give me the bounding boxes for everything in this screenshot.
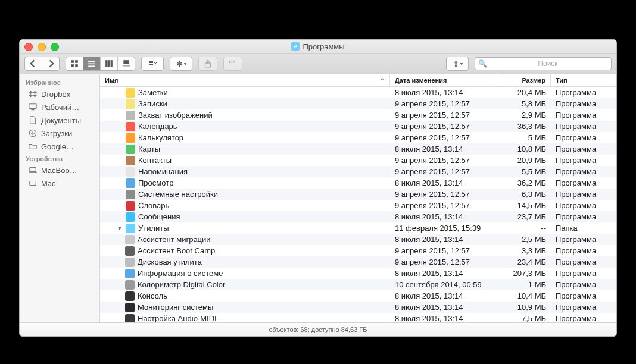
svg-rect-0 <box>71 60 74 63</box>
column-size[interactable]: Размер <box>497 74 551 86</box>
svg-rect-9 <box>111 60 113 67</box>
sidebar-item[interactable]: Загрузки <box>20 127 99 140</box>
sidebar-item[interactable]: Mac <box>20 177 99 190</box>
svg-rect-5 <box>88 63 95 64</box>
file-name: Календарь <box>138 122 177 131</box>
file-row[interactable]: Контакты9 апреля 2015, 12:5720,9 МБПрогр… <box>100 155 616 166</box>
sidebar-item[interactable]: Документы <box>20 114 99 127</box>
arrange-button-wrap <box>141 57 164 71</box>
file-row[interactable]: Дисковая утилита9 апреля 2015, 12:5723,4… <box>100 256 616 268</box>
status-bar: объектов: 68; доступно 84,63 ГБ <box>20 322 616 336</box>
dropbox-toolbar-button[interactable]: ⇪▾ <box>447 57 468 70</box>
app-icon <box>126 145 135 154</box>
file-size: 207,3 МБ <box>497 269 551 278</box>
file-row[interactable]: Сообщения8 июля 2015, 13:1423,7 МБПрогра… <box>100 211 616 222</box>
file-kind: Папка <box>551 224 616 233</box>
doc-icon <box>28 115 38 125</box>
download-icon <box>28 128 38 138</box>
file-row[interactable]: ▼Утилиты11 февраля 2015, 15:39--Папка <box>100 222 616 234</box>
window-title: Программы <box>303 42 344 51</box>
file-date: 8 июля 2015, 13:14 <box>390 145 497 153</box>
status-text: объектов: 68; доступно 84,63 ГБ <box>269 326 367 333</box>
svg-rect-15 <box>149 64 151 65</box>
file-kind: Программа <box>551 314 616 322</box>
app-icon <box>125 314 135 323</box>
file-row[interactable]: Колориметр Digital Color10 сентября 2014… <box>100 279 616 290</box>
file-row[interactable]: Записки9 апреля 2015, 12:575,8 МБПрограм… <box>100 98 616 109</box>
svg-rect-14 <box>151 61 153 63</box>
file-date: 8 июля 2015, 13:14 <box>390 88 497 97</box>
disclosure-triangle-icon[interactable]: ▼ <box>117 225 123 231</box>
file-row[interactable]: Напоминания9 апреля 2015, 12:575,5 МБПро… <box>100 166 616 177</box>
file-size: 5,8 МБ <box>497 99 551 108</box>
column-date-label: Дата изменения <box>395 77 447 84</box>
app-icon <box>126 190 135 199</box>
arrange-button[interactable] <box>142 57 163 70</box>
file-date: 8 июля 2015, 13:14 <box>390 314 497 322</box>
app-icon <box>126 201 135 211</box>
file-row[interactable]: Мониторинг системы8 июля 2015, 13:1410,9… <box>100 302 616 313</box>
file-row[interactable]: Ассистент миграции8 июля 2015, 13:142,5 … <box>100 234 616 245</box>
svg-rect-10 <box>123 60 129 64</box>
file-row[interactable]: Калькулятор9 апреля 2015, 12:575 МБПрогр… <box>100 132 616 143</box>
file-name: Напоминания <box>138 167 188 176</box>
file-size: 2,5 МБ <box>497 235 551 244</box>
column-name[interactable]: Имя⌃ <box>100 74 390 86</box>
search-input[interactable] <box>475 57 612 70</box>
file-row[interactable]: Системные настройки9 апреля 2015, 12:576… <box>100 189 616 200</box>
search-icon: 🔍 <box>478 59 487 68</box>
file-date: 9 апреля 2015, 12:57 <box>390 111 497 120</box>
coverflow-view-button[interactable] <box>118 57 135 70</box>
desktop-icon <box>28 102 38 112</box>
sidebar-item[interactable]: Google… <box>20 140 99 153</box>
svg-rect-18 <box>29 104 36 109</box>
file-name: Просмотр <box>138 178 173 187</box>
file-size: 10,4 МБ <box>497 291 551 300</box>
share-button[interactable] <box>198 57 217 71</box>
action-button-wrap: ✻▾ <box>170 57 192 71</box>
zoom-window-button[interactable] <box>51 43 59 51</box>
column-kind[interactable]: Тип <box>551 74 616 86</box>
icon-view-button[interactable] <box>66 57 83 70</box>
file-name: Записки <box>138 99 167 108</box>
file-row[interactable]: Просмотр8 июля 2015, 13:1436,2 МБПрограм… <box>100 177 616 189</box>
file-date: 9 апреля 2015, 12:57 <box>390 258 497 266</box>
file-kind: Программа <box>551 99 616 108</box>
file-row[interactable]: Консоль8 июля 2015, 13:1410,4 МБПрограмм… <box>100 290 616 302</box>
file-kind: Программа <box>551 258 616 266</box>
column-date[interactable]: Дата изменения <box>390 74 497 86</box>
action-button[interactable]: ✻▾ <box>170 57 192 70</box>
file-name: Сообщения <box>138 212 180 221</box>
file-date: 9 апреля 2015, 12:57 <box>390 201 497 210</box>
file-kind: Программа <box>551 235 616 244</box>
file-kind: Программа <box>551 122 616 131</box>
forward-button[interactable] <box>42 57 59 70</box>
file-name: Мониторинг системы <box>138 303 213 312</box>
column-view-button[interactable] <box>101 57 118 70</box>
minimize-window-button[interactable] <box>38 43 46 51</box>
sidebar-item[interactable]: MacBoo… <box>20 164 99 177</box>
file-row[interactable]: Заметки8 июля 2015, 13:1420,4 МБПрограмм… <box>100 87 616 98</box>
svg-rect-19 <box>31 109 34 111</box>
file-row[interactable]: Карты8 июля 2015, 13:1410,8 МБПрограмма <box>100 143 616 155</box>
file-row[interactable]: Захват изображений9 апреля 2015, 12:572,… <box>100 109 616 121</box>
file-row[interactable]: Ассистент Boot Camp9 апреля 2015, 12:573… <box>100 245 616 256</box>
sidebar-section-header: Устройства <box>20 153 99 164</box>
file-row[interactable]: Настройка Audio-MIDI8 июля 2015, 13:147,… <box>100 313 616 322</box>
dropbox-icon <box>28 89 38 99</box>
sidebar-item[interactable]: Рабочий… <box>20 101 99 114</box>
file-size: 36,3 МБ <box>497 122 551 131</box>
file-date: 9 апреля 2015, 12:57 <box>390 133 497 142</box>
sidebar-item-label: Dropbox <box>41 90 70 99</box>
sidebar-item[interactable]: Dropbox <box>20 87 99 101</box>
file-row[interactable]: Информация о системе8 июля 2015, 13:1420… <box>100 268 616 279</box>
file-row[interactable]: Словарь9 апреля 2015, 12:5714,5 МБПрогра… <box>100 200 616 211</box>
close-window-button[interactable] <box>24 43 33 51</box>
file-row[interactable]: Календарь9 апреля 2015, 12:5736,3 МБПрог… <box>100 121 616 132</box>
tags-button[interactable] <box>223 57 242 71</box>
file-size: 20,9 МБ <box>497 156 551 165</box>
file-size: 2,9 МБ <box>497 111 551 120</box>
file-size: -- <box>497 224 551 233</box>
back-button[interactable] <box>25 57 42 70</box>
list-view-button[interactable] <box>83 57 101 70</box>
